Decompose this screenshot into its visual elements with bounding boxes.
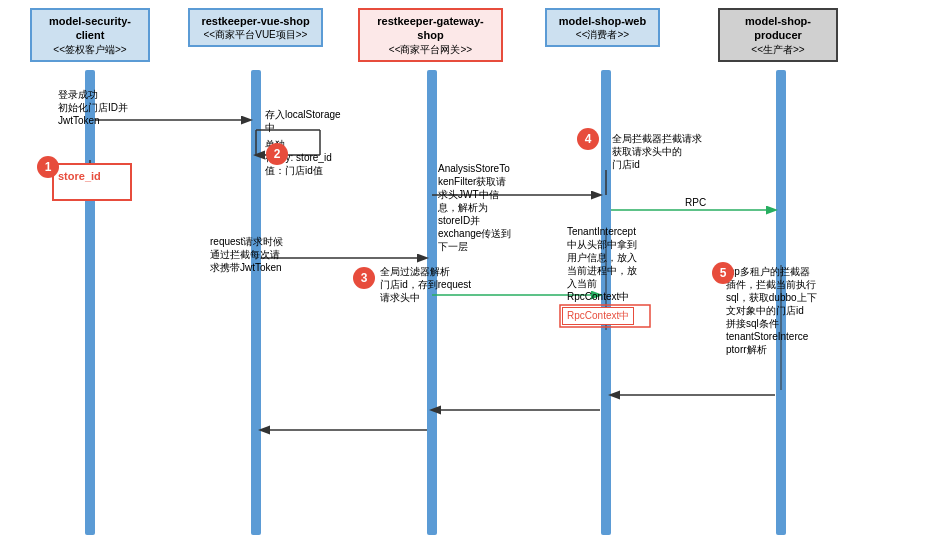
label-mp-tenant: mp多租户的拦截器插件，拦截当前执行sql，获取dubbo上下文对象中的门店id… bbox=[726, 265, 817, 356]
actor3-title: restkeeper-gateway-shop bbox=[366, 14, 495, 43]
actor-model-security-client: model-security-client <<签权客户端>> bbox=[30, 8, 150, 62]
store-id-box: store_id bbox=[52, 163, 132, 201]
actor5-title: model-shop-producer bbox=[726, 14, 830, 43]
label-localstorage: 存入localStorage中 bbox=[265, 108, 341, 134]
label-tenant-intercept: TenantIntercept中从头部中拿到用户信息，放入当前进程中，放入当前R… bbox=[567, 225, 637, 303]
actor4-title: model-shop-web bbox=[553, 14, 652, 28]
actor3-subtitle: <<商家平台网关>> bbox=[366, 43, 495, 56]
lifeline-1 bbox=[85, 70, 95, 535]
label-analysis-store: AnalysisStoreTokenFilter获取请求头JWT中信息，解析为s… bbox=[438, 162, 511, 253]
actor2-subtitle: <<商家平台VUE项目>> bbox=[196, 28, 315, 41]
actor5-subtitle: <<生产者>> bbox=[726, 43, 830, 56]
badge-2: 2 bbox=[266, 143, 288, 165]
label-request-jwt: request请求时候通过拦截每次请求携带JwtToken bbox=[210, 235, 283, 274]
actor-restkeeper-vue-shop: restkeeper-vue-shop <<商家平台VUE项目>> bbox=[188, 8, 323, 47]
diagram: model-security-client <<签权客户端>> restkeep… bbox=[0, 0, 937, 546]
lifeline-2 bbox=[251, 70, 261, 535]
badge-3: 3 bbox=[353, 267, 375, 289]
actor2-title: restkeeper-vue-shop bbox=[196, 14, 315, 28]
actor-model-shop-web: model-shop-web <<消费者>> bbox=[545, 8, 660, 47]
badge-4: 4 bbox=[577, 128, 599, 150]
label-rpc: RPC bbox=[685, 196, 706, 209]
label-global-interceptor: 全局拦截器拦截请求获取请求头中的门店id bbox=[612, 132, 702, 171]
badge-5: 5 bbox=[712, 262, 734, 284]
label-global-filter: 全局过滤器解析门店id，存到request请求头中 bbox=[380, 265, 471, 304]
actor1-subtitle: <<签权客户端>> bbox=[38, 43, 142, 56]
label-login-success: 登录成功初始化门店ID并JwtToken bbox=[58, 88, 128, 127]
actor-restkeeper-gateway-shop: restkeeper-gateway-shop <<商家平台网关>> bbox=[358, 8, 503, 62]
badge-1: 1 bbox=[37, 156, 59, 178]
actor4-subtitle: <<消费者>> bbox=[553, 28, 652, 41]
actor1-title: model-security-client bbox=[38, 14, 142, 43]
actor-model-shop-producer: model-shop-producer <<生产者>> bbox=[718, 8, 838, 62]
store-id-label: store_id bbox=[58, 169, 126, 184]
rpc-context-box: RpcContext中 bbox=[562, 307, 634, 325]
